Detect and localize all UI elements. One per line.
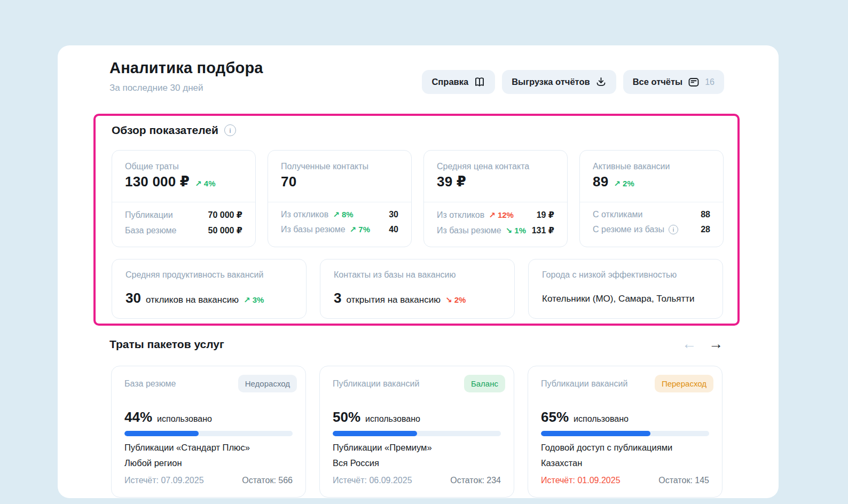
expires-date: Истечёт: 06.09.2025 xyxy=(333,476,412,485)
package-name: Публикации «Стандарт Плюс» xyxy=(124,443,250,453)
analytics-panel: Аналитика подбора За последние 30 дней С… xyxy=(58,45,779,498)
trend-up-indicator: ↗ 2% xyxy=(614,179,634,188)
metric-subrow: База резюме 50 000 ₽ xyxy=(125,225,242,235)
metric-cards-row: Общие траты 130 000 ₽ ↗ 4% Публикации 70… xyxy=(112,150,724,247)
package-card-premium: Публикации вакансий Баланс 50% использов… xyxy=(319,366,514,498)
package-region: Вся Россия xyxy=(333,458,379,468)
arrow-left-icon[interactable]: ← xyxy=(682,335,696,352)
status-badge: Баланс xyxy=(464,375,505,392)
download-icon xyxy=(595,76,607,88)
metric-subrow: Из откликов ↗ 8% 30 xyxy=(281,210,398,219)
packages-carousel-nav: ← → xyxy=(682,335,723,352)
metric-subrow: С резюме из базыi 28 xyxy=(593,225,710,234)
summary-value: 30 xyxy=(125,290,141,306)
trend-up-indicator: ↗ 7% xyxy=(350,225,370,234)
overview-header: Обзор показателей i xyxy=(112,124,236,137)
info-icon[interactable]: i xyxy=(669,225,678,234)
usage-percent: 65% xyxy=(541,409,569,426)
card-divider xyxy=(580,202,723,202)
summary-card-db-contacts: Контакты из базы на вакансию 3 открытия … xyxy=(320,259,515,319)
summary-cards-row: Средняя продуктивность вакансий 30 откли… xyxy=(112,259,723,319)
progress-fill xyxy=(333,431,417,436)
expires-date: Истечёт: 07.09.2025 xyxy=(124,476,204,485)
card-divider xyxy=(268,202,411,202)
package-cards-row: База резюме Недорасход 44% использовано … xyxy=(111,366,723,498)
expires-date-alert: Истечёт: 01.09.2025 xyxy=(541,476,621,485)
all-reports-label: Все отчёты xyxy=(633,77,683,87)
progress-bar xyxy=(333,431,501,436)
trend-up-indicator: ↗ 8% xyxy=(333,210,353,219)
export-reports-button[interactable]: Выгрузка отчётов xyxy=(502,70,616,94)
metric-card-active-vacancies: Активные вакансии 89 ↗ 2% С откликами 88… xyxy=(579,150,724,247)
all-reports-button[interactable]: Все отчёты 16 xyxy=(623,70,724,94)
package-name: Публикации «Премиум» xyxy=(333,443,432,453)
overview-title: Обзор показателей xyxy=(112,124,218,137)
metric-subrow: Из базы резюме ↗ 7% 40 xyxy=(281,225,398,234)
metric-card-total-spend: Общие траты 130 000 ₽ ↗ 4% Публикации 70… xyxy=(112,150,256,247)
remaining-count: Остаток: 234 xyxy=(450,476,501,485)
metric-value: 70 xyxy=(281,174,296,190)
metric-label: Общие траты xyxy=(125,162,179,171)
metric-label: Полученные контакты xyxy=(281,162,368,171)
metric-value: 89 xyxy=(593,174,608,190)
header-actions: Справка Выгрузка отчётов xyxy=(422,70,724,94)
trend-up-indicator: ↗ 12% xyxy=(489,210,514,220)
cities-list: Котельники (МО), Самара, Тольятти xyxy=(542,294,695,304)
remaining-count: Остаток: 566 xyxy=(242,476,293,485)
metric-label: Активные вакансии xyxy=(593,162,670,171)
overview-highlight-box: Обзор показателей i Общие траты 130 000 … xyxy=(93,114,740,326)
help-button-label: Справка xyxy=(431,77,468,87)
metric-card-avg-price: Средняя цена контакта 39 ₽ Из откликов ↗… xyxy=(423,150,568,247)
metric-label: Средняя цена контакта xyxy=(437,162,529,171)
metric-value: 130 000 ₽ xyxy=(125,174,190,190)
usage-percent: 50% xyxy=(333,409,360,426)
packages-section-title: Траты пакетов услуг xyxy=(109,338,224,351)
metric-subrow: Публикации 70 000 ₽ xyxy=(125,210,242,220)
progress-fill xyxy=(124,431,199,436)
metric-subrow: Из откликов ↗ 12% 19 ₽ xyxy=(437,210,554,220)
package-name: Годовой доступ с публикациями xyxy=(541,443,672,453)
metric-value: 39 ₽ xyxy=(437,174,466,190)
trend-up-indicator: ↗ 3% xyxy=(244,295,264,305)
trend-up-indicator: ↗ 4% xyxy=(195,179,215,188)
package-card-annual: Публикации вакансий Перерасход 65% испол… xyxy=(528,366,723,498)
progress-bar xyxy=(541,431,709,436)
reports-count-badge: 16 xyxy=(705,77,714,87)
status-badge: Недорасход xyxy=(238,375,297,392)
metric-subrow: Из базы резюме ↘ 1% 131 ₽ xyxy=(437,225,554,235)
metric-card-contacts: Полученные контакты 70 Из откликов ↗ 8% … xyxy=(268,150,412,247)
progress-fill xyxy=(541,431,650,436)
summary-card-low-efficiency-cities: Города с низкой эффективностью Котельник… xyxy=(528,259,723,319)
card-divider xyxy=(424,202,567,202)
page-background: Аналитика подбора За последние 30 дней С… xyxy=(0,0,848,504)
trend-down-indicator: ↘ 1% xyxy=(506,226,526,235)
page-title: Аналитика подбора xyxy=(109,59,263,77)
card-divider xyxy=(112,202,255,202)
progress-bar xyxy=(124,431,293,436)
package-region: Любой регион xyxy=(124,458,182,468)
trend-down-indicator: ↘ 2% xyxy=(445,295,466,305)
export-reports-label: Выгрузка отчётов xyxy=(512,77,590,87)
remaining-count: Остаток: 145 xyxy=(658,476,709,485)
status-badge: Перерасход xyxy=(655,375,713,392)
arrow-right-icon[interactable]: → xyxy=(709,335,723,352)
book-icon xyxy=(474,77,485,88)
summary-value: 3 xyxy=(334,290,341,306)
summary-card-productivity: Средняя продуктивность вакансий 30 откли… xyxy=(112,259,307,319)
page-subtitle: За последние 30 дней xyxy=(109,83,203,93)
package-card-resume-db: База резюме Недорасход 44% использовано … xyxy=(111,366,306,498)
usage-percent: 44% xyxy=(124,409,152,426)
package-region: Казахстан xyxy=(541,458,582,468)
info-icon[interactable]: i xyxy=(224,124,236,136)
reports-icon xyxy=(688,77,700,88)
help-button[interactable]: Справка xyxy=(422,70,495,94)
metric-subrow: С откликами 88 xyxy=(593,210,710,219)
